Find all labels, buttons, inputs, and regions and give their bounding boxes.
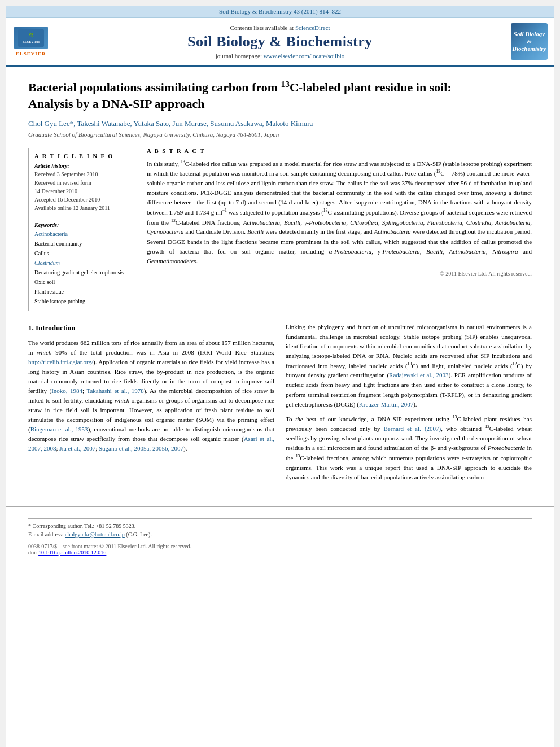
email-link[interactable]: cholgyu-kr@hotmail.co.jp xyxy=(65,531,125,538)
doi-link[interactable]: 10.1016/j.soilbio.2010.12.016 xyxy=(38,549,106,556)
elsevier-text: ELSEVIER xyxy=(14,51,48,56)
page: Soil Biology & Biochemistry 43 (2011) 81… xyxy=(6,6,554,747)
article-info-heading: A R T I C L E I N F O xyxy=(34,153,129,159)
journal-header: 🌿 ELSEVIER ELSEVIER Contents lists avail… xyxy=(6,18,554,67)
corresponding-author: * Corresponding author. Tel.: +81 52 789… xyxy=(28,522,532,530)
keyword-7: Plant residue xyxy=(34,287,129,296)
contents-link: Contents lists available at ScienceDirec… xyxy=(230,24,330,31)
article-info-column: A R T I C L E I N F O Article history: R… xyxy=(28,148,135,311)
abstract-text: In this study, 13C-labeled rice callus w… xyxy=(147,159,532,266)
journal-logo: Soil Biology&Biochemistry xyxy=(511,23,548,60)
right-para-2: To the best of our knowledge, a DNA-SIP … xyxy=(286,414,532,482)
info-divider xyxy=(34,217,129,217)
right-para-1: Linking the phylogeny and function of un… xyxy=(286,322,532,409)
email-address: E-mail address: cholgyu-kr@hotmail.co.jp… xyxy=(28,530,532,539)
revised-date: 14 December 2010 xyxy=(34,187,129,195)
introduction-heading: 1. Introduction xyxy=(28,322,274,334)
homepage-link[interactable]: www.elsevier.com/locate/soilbio xyxy=(264,53,344,59)
keyword-1: Actinobacteria xyxy=(34,229,129,239)
keywords-label: Keywords: xyxy=(34,222,129,228)
article-info-box: A R T I C L E I N F O Article history: R… xyxy=(28,148,135,311)
svg-text:🌿: 🌿 xyxy=(28,32,33,37)
svg-rect-0 xyxy=(18,29,44,47)
article-info-abstract: A R T I C L E I N F O Article history: R… xyxy=(28,148,532,311)
copyright: © 2011 Elsevier Ltd. All rights reserved… xyxy=(147,270,532,277)
article-content: Bacterial populations assimilating carbo… xyxy=(6,67,554,498)
received-date: Received 3 September 2010 xyxy=(34,170,129,178)
elsevier-logo-area: 🌿 ELSEVIER ELSEVIER xyxy=(6,18,56,65)
article-title: Bacterial populations assimilating carbo… xyxy=(28,78,532,112)
keyword-6: Oxic soil xyxy=(34,277,129,287)
footnote-section: * Corresponding author. Tel.: +81 52 789… xyxy=(28,518,532,539)
accepted-date: Accepted 16 December 2010 xyxy=(34,195,129,204)
keyword-2: Bacterial community xyxy=(34,239,129,248)
body-columns: 1. Introduction The world produces 662 m… xyxy=(28,322,532,487)
journal-header-center: Contents lists available at ScienceDirec… xyxy=(56,18,504,65)
journal-homepage: journal homepage: www.elsevier.com/locat… xyxy=(216,53,344,59)
journal-citation-bar: Soil Biology & Biochemistry 43 (2011) 81… xyxy=(6,6,554,18)
intro-para-1: The world produces 662 million tons of r… xyxy=(28,338,274,454)
journal-logo-area: Soil Biology&Biochemistry xyxy=(504,18,554,65)
keyword-8: Stable isotope probing xyxy=(34,296,129,306)
sciencedirect-link[interactable]: ScienceDirect xyxy=(295,24,330,31)
abstract-heading: A B S T R A C T xyxy=(147,148,532,154)
body-right-column: Linking the phylogeny and function of un… xyxy=(286,322,532,487)
keyword-4: Clostridum xyxy=(34,258,129,268)
svg-text:ELSEVIER: ELSEVIER xyxy=(22,40,40,43)
abstract-section: A B S T R A C T In this study, 13C-label… xyxy=(147,148,532,311)
footer-meta: 0038-0717/$ – see front matter © 2011 El… xyxy=(28,543,532,556)
revised-label: Received in revised form xyxy=(34,178,129,187)
keyword-5: Denaturing gradient gel electrophoresis xyxy=(34,268,129,277)
article-authors: Chol Gyu Lee*, Takeshi Watanabe, Yutaka … xyxy=(28,119,532,128)
elsevier-icon: 🌿 ELSEVIER xyxy=(14,27,48,49)
keywords-list: Actinobacteria Bacterial community Callu… xyxy=(34,229,129,306)
keyword-3: Callus xyxy=(34,248,129,258)
doi-line: doi: 10.1016/j.soilbio.2010.12.016 xyxy=(28,549,532,556)
article-history-label: Article history: xyxy=(34,163,129,169)
article-affiliation: Graduate School of Bioagricultural Scien… xyxy=(28,131,532,138)
section-number: 1. Introduction xyxy=(28,324,76,332)
article-footer: * Corresponding author. Tel.: +81 52 789… xyxy=(6,506,554,564)
body-left-column: 1. Introduction The world produces 662 m… xyxy=(28,322,274,487)
journal-citation: Soil Biology & Biochemistry 43 (2011) 81… xyxy=(219,8,341,15)
journal-title: Soil Biology & Biochemistry xyxy=(187,33,373,50)
issn-line: 0038-0717/$ – see front matter © 2011 El… xyxy=(28,543,532,549)
available-date: Available online 12 January 2011 xyxy=(34,204,129,212)
elsevier-logo: 🌿 ELSEVIER ELSEVIER xyxy=(14,27,48,56)
